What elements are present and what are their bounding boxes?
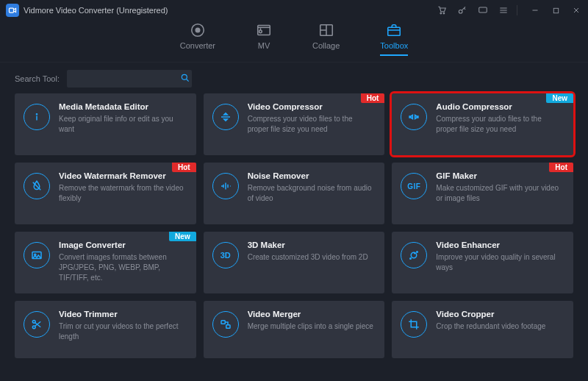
tool-title: GIF Maker [436,171,563,180]
tool-desc: Make customized GIF with your video or i… [436,183,563,204]
noise-icon [212,173,239,199]
tool-noise-remover[interactable]: Noise Remover Remove background noise fr… [204,163,385,224]
hot-badge: Hot [172,163,196,172]
tool-title: Media Metadata Editor [59,102,186,111]
info-icon [24,104,50,130]
three-d-icon: 3D [212,242,239,268]
key-icon[interactable] [456,4,468,16]
svg-point-3 [459,10,462,13]
svg-rect-11 [388,27,401,35]
tool-desc: Convert images formats between JPG/JPEG,… [59,252,186,283]
tab-label: MV [258,41,270,50]
svg-point-2 [443,13,445,14]
feedback-icon[interactable] [477,4,489,16]
tab-label: Collage [312,41,340,50]
search-icon[interactable] [180,73,190,85]
menu-icon[interactable] [498,4,509,16]
tool-video-merger[interactable]: Video Merger Merge multiple clips into a… [204,301,385,358]
tool-gif-maker[interactable]: Hot GIF GIF Maker Make customized GIF wi… [392,163,573,224]
search-input[interactable] [73,74,177,84]
svg-point-7 [196,28,200,32]
tool-title: Video Watermark Remover [59,171,186,180]
tool-desc: Trim or cut your videos to the perfect l… [59,321,186,342]
tab-mv[interactable]: MV [256,22,272,56]
tab-converter[interactable]: Converter [180,22,215,56]
svg-point-20 [32,326,35,329]
svg-rect-5 [553,8,558,13]
svg-point-12 [182,74,187,79]
tool-3d-maker[interactable]: 3D 3D Maker Create customized 3D video f… [204,232,385,293]
tool-title: Video Cropper [436,310,563,318]
tool-title: Image Converter [59,241,186,249]
tool-media-metadata-editor[interactable]: Media Metadata Editor Keep original file… [15,93,196,155]
tool-title: Video Trimmer [59,310,186,318]
image-convert-icon [24,242,50,268]
svg-point-1 [440,13,442,14]
compress-icon [212,104,239,130]
scissors-icon [24,311,50,338]
merge-icon [212,311,239,338]
tab-label: Toolbox [380,41,408,50]
tool-audio-compressor[interactable]: New Audio Compressor Compress your audio… [392,93,573,155]
separator [517,5,517,15]
tool-title: Video Compressor [248,102,375,111]
tool-video-enhancer[interactable]: Video Enhancer Improve your video qualit… [392,232,573,293]
svg-rect-21 [221,321,225,324]
tool-desc: Remove the watermark from the video flex… [59,183,186,204]
search-bar: Search Tool: [0,63,588,93]
titlebar: Vidmore Video Converter (Unregistered) [0,0,588,21]
tool-desc: Remove background noise from audio of vi… [248,183,375,204]
svg-rect-0 [10,8,14,13]
search-label: Search Tool: [15,74,60,83]
minimize-button[interactable] [529,4,541,16]
crop-icon [401,311,427,338]
tool-video-cropper[interactable]: Video Cropper Crop the redundant video f… [392,301,573,358]
svg-point-19 [32,320,35,323]
svg-point-17 [417,252,418,253]
new-badge: New [169,232,196,241]
gif-icon: GIF [401,173,427,199]
app-title: Vidmore Video Converter (Unregistered) [24,6,168,15]
tool-desc: Keep original file info or edit as you w… [59,114,186,135]
tab-label: Converter [180,41,215,50]
svg-point-13 [36,114,37,115]
search-field-wrap [67,70,192,88]
hot-badge: Hot [549,163,573,172]
tool-desc: Crop the redundant video footage [436,321,563,332]
audio-compress-icon [401,104,427,130]
tool-title: Audio Compressor [436,102,563,111]
tool-title: Noise Remover [248,171,375,180]
tool-title: Video Enhancer [436,241,563,249]
hot-badge: Hot [361,93,385,103]
tool-title: Video Merger [248,310,375,318]
tab-toolbox[interactable]: Toolbox [380,22,408,56]
tool-watermark-remover[interactable]: Hot Video Watermark Remover Remove the w… [15,163,196,224]
enhance-icon [401,242,427,268]
close-button[interactable] [570,4,582,16]
tab-collage[interactable]: Collage [312,22,340,56]
watermark-icon [24,173,50,199]
tool-desc: Compress your video files to the proper … [248,114,375,135]
tool-desc: Create customized 3D video from 2D [248,252,375,263]
main-tabs: Converter MV Collage Toolbox [0,21,588,63]
tool-desc: Merge multiple clips into a single piece [248,321,375,332]
svg-point-18 [410,258,412,260]
tool-title: 3D Maker [248,241,375,249]
svg-rect-22 [226,325,229,329]
tool-desc: Improve your video quality in several wa… [436,252,563,273]
tool-video-compressor[interactable]: Hot Video Compressor Compress your video… [204,93,385,155]
svg-point-9 [259,30,262,33]
tool-video-trimmer[interactable]: Video Trimmer Trim or cut your videos to… [15,301,196,358]
maximize-button[interactable] [550,4,562,16]
cart-icon[interactable] [436,4,448,16]
app-logo-icon [6,4,19,17]
tool-desc: Compress your audio files to the proper … [436,114,563,135]
new-badge: New [546,93,573,103]
toolbox-grid: Media Metadata Editor Keep original file… [0,93,588,366]
tool-image-converter[interactable]: New Image Converter Convert images forma… [15,232,196,293]
